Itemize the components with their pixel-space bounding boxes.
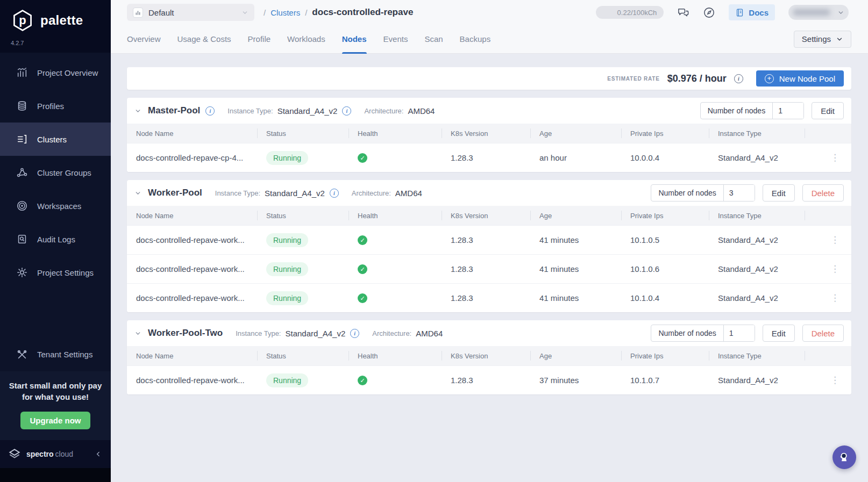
column-header-k8s-version: K8s Version (442, 206, 530, 225)
private-ip: 10.0.0.4 (621, 153, 709, 162)
logo-area: p palette 4.2.7 (0, 0, 111, 53)
column-header-status: Status (257, 124, 348, 143)
pool-header: Worker-Pool Instance Type: Standard_A4_v… (127, 180, 851, 206)
tab-profile[interactable]: Profile (248, 25, 271, 53)
instance-type-label: Instance Type: (227, 107, 273, 115)
sidebar-collapse-icon[interactable] (95, 450, 102, 458)
sidebar-item-label: Tenant Settings (37, 350, 93, 359)
estimated-rate-label: ESTIMATED RATE (607, 76, 660, 82)
row-menu-icon[interactable]: ⋮ (830, 263, 851, 275)
sidebar-nav: Project Overview Profiles Clusters Clust… (0, 53, 111, 289)
plus-circle-icon: + (765, 74, 774, 83)
pool-info-icon[interactable]: i (205, 106, 215, 116)
node-name: docs-controlled-repave-work... (127, 264, 257, 274)
health-check-icon: ✓ (358, 153, 367, 163)
node-age: 41 minutes (530, 235, 621, 244)
instance-type-label: Instance Type: (236, 329, 281, 337)
instance-type-info-icon[interactable]: i (342, 106, 351, 116)
tab-workloads[interactable]: Workloads (287, 25, 325, 53)
instance-type-info-icon[interactable]: i (330, 189, 339, 198)
column-header-health: Health (348, 124, 442, 143)
table-row: docs-controlled-repave-work... Running ✓… (127, 254, 851, 283)
instance-type-value: Standard_A4_v2 (285, 329, 345, 338)
sidebar-item-workspaces[interactable]: Workspaces (0, 189, 111, 222)
docs-button[interactable]: Docs (729, 4, 775, 20)
sidebar-item-project-overview[interactable]: Project Overview (0, 56, 111, 89)
palette-logo-icon: p (11, 9, 34, 32)
rate-bar: ESTIMATED RATE $0.976 / hour i + New Nod… (127, 67, 851, 90)
upsell-panel: Start small and only pay for what you us… (0, 371, 111, 441)
sidebar-item-audit-logs[interactable]: Audit Logs (0, 222, 111, 256)
chat-icon[interactable] (677, 6, 689, 19)
edit-pool-button[interactable]: Edit (763, 184, 795, 202)
number-of-nodes-label: Number of nodes (651, 185, 723, 201)
new-node-pool-button[interactable]: + New Node Pool (756, 70, 844, 87)
row-menu-icon[interactable]: ⋮ (830, 152, 851, 163)
number-of-nodes-input[interactable] (724, 185, 755, 201)
breadcrumb-separator: / (264, 8, 266, 17)
pool-card-worker-pool-two: Worker-Pool-Two Instance Type: Standard_… (127, 320, 851, 394)
chevron-down-icon (837, 9, 844, 16)
project-selector[interactable]: Default (127, 4, 254, 21)
private-ip: 10.1.0.6 (621, 264, 709, 274)
sidebar-item-label: Project Overview (37, 68, 98, 77)
tab-events[interactable]: Events (383, 25, 408, 53)
breadcrumb-clusters-link[interactable]: Clusters (271, 8, 300, 17)
rate-info-icon[interactable]: i (734, 74, 743, 83)
tab-scan[interactable]: Scan (424, 25, 443, 53)
edit-pool-button[interactable]: Edit (812, 102, 844, 119)
delete-pool-button[interactable]: Delete (802, 184, 844, 202)
sidebar-item-project-settings[interactable]: Project Settings (0, 256, 111, 289)
number-of-nodes-input[interactable] (773, 103, 803, 119)
settings-button[interactable]: Settings (794, 31, 851, 48)
edit-pool-button[interactable]: Edit (763, 325, 795, 342)
column-header-k8s-version: K8s Version (442, 124, 530, 143)
number-of-nodes-control: Number of nodes (651, 325, 755, 342)
chevron-down-icon[interactable] (134, 330, 141, 337)
user-menu[interactable] (788, 5, 849, 20)
table-row: docs-controlled-repave-work... Running ✓… (127, 225, 851, 254)
tab-overview[interactable]: Overview (127, 25, 161, 53)
instance-type-info-icon[interactable]: i (350, 329, 359, 338)
number-of-nodes-input[interactable] (724, 325, 755, 341)
node-age: 41 minutes (530, 264, 621, 274)
row-menu-icon[interactable]: ⋮ (830, 292, 851, 304)
table-header-row: Node Name Status Health K8s Version Age … (127, 346, 851, 365)
assistant-fab-button[interactable] (833, 445, 856, 469)
tab-backups[interactable]: Backups (460, 25, 491, 53)
tab-nodes[interactable]: Nodes (342, 25, 367, 53)
row-menu-icon[interactable]: ⋮ (830, 375, 851, 386)
column-header-instance-type: Instance Type (709, 124, 805, 143)
compass-icon[interactable] (703, 6, 715, 19)
health-check-icon: ✓ (358, 293, 367, 303)
chevron-down-icon[interactable] (134, 190, 141, 197)
number-of-nodes-label: Number of nodes (651, 325, 723, 341)
row-menu-icon[interactable]: ⋮ (830, 234, 851, 246)
column-header-node-name: Node Name (127, 206, 257, 225)
tab-usage-costs[interactable]: Usage & Costs (177, 25, 231, 53)
sidebar-item-label: Clusters (37, 135, 67, 144)
pool-name: Master-Pool (148, 105, 200, 116)
status-badge: Running (266, 373, 308, 387)
sidebar-item-tenant-settings[interactable]: Tenant Settings (0, 338, 111, 371)
column-header-private-ips: Private Ips (621, 346, 709, 365)
table-row: docs-controlled-repave-cp-4... Running ✓… (127, 143, 851, 172)
workspaces-icon (16, 200, 28, 212)
pool-card-master-pool: Master-Pool i Instance Type: Standard_A4… (127, 98, 851, 172)
chevron-down-icon[interactable] (134, 107, 141, 114)
node-name: docs-controlled-repave-work... (127, 293, 257, 303)
architecture-value: AMD64 (416, 329, 443, 338)
sidebar-item-cluster-groups[interactable]: Cluster Groups (0, 156, 111, 189)
upgrade-now-button[interactable]: Upgrade now (20, 412, 90, 429)
sidebar-item-profiles[interactable]: Profiles (0, 89, 111, 123)
node-age: an hour (530, 153, 621, 162)
sidebar-item-clusters[interactable]: Clusters (0, 123, 111, 156)
delete-pool-button[interactable]: Delete (802, 325, 844, 342)
svg-text:p: p (19, 13, 26, 27)
sidebar-item-label: Project Settings (37, 268, 94, 277)
instance-type: Standard_A4_v2 (709, 264, 805, 274)
instance-type: Standard_A4_v2 (709, 153, 805, 162)
instance-type: Standard_A4_v2 (709, 376, 805, 385)
pool-header: Worker-Pool-Two Instance Type: Standard_… (127, 320, 851, 346)
pool-card-worker-pool: Worker-Pool Instance Type: Standard_A4_v… (127, 180, 851, 312)
